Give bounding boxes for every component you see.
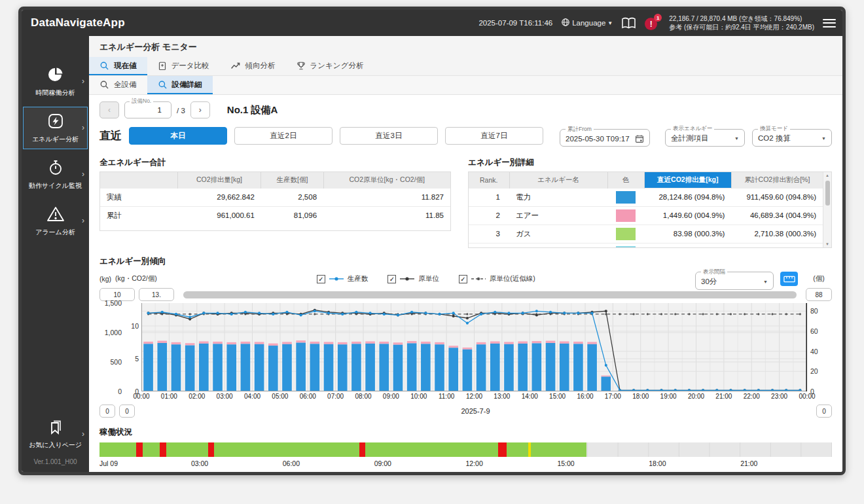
storage-status: 22,186.7 / 28,870.4 MB (空き領域：76.849%) 参考… [669, 14, 814, 31]
timeline-segment-stop [498, 442, 507, 457]
trend-title: エネルギー別傾向 [99, 256, 832, 267]
sort-column-cumulative[interactable]: 累計CO2排出割合[%] [731, 172, 823, 188]
equipment-prev-button[interactable]: ‹ [99, 101, 119, 118]
axis-tick-label: 80 [810, 307, 818, 315]
x-axis-label: 03:00 [217, 393, 233, 400]
table-row[interactable]: 2エアー1,449.60 (004.9%)46,689.34 (004.9%) [469, 206, 823, 225]
legend-intensity[interactable]: ✓ 原単位 [387, 274, 439, 283]
display-energy-select[interactable]: 表示エネルギー 全計測項目▼ [665, 125, 745, 147]
current-datetime: 2025-07-09 T16:11:46 [478, 19, 552, 27]
timeline-tick-label: 03:00 [191, 459, 208, 467]
app-window: DataNavigateApp 2025-07-09 T16:11:46 Lan… [18, 7, 846, 475]
table-cell: 1 [469, 188, 509, 206]
conversion-mode-select[interactable]: 換算モード CO2 換算▼ [752, 125, 832, 147]
x-axis-label: 08:00 [355, 393, 371, 400]
table-cell: 81,096 [261, 206, 323, 225]
series-marker-icon [471, 276, 486, 282]
equipment-name: No.1 設備A [227, 104, 278, 118]
table-row[interactable]: 1電力28,124.86 (094.8%)911,459.60 (094.8%) [469, 188, 823, 206]
total-energy-title: 全エネルギー合計 [99, 157, 451, 168]
table-cell [607, 225, 644, 243]
legend-production[interactable]: ✓ 生産数 [317, 274, 369, 283]
table-row[interactable]: 実績29,662.8422,50811.827 [100, 188, 450, 206]
alert-notification-button[interactable]: ! 1 [645, 16, 660, 30]
document-compare-icon [158, 61, 167, 71]
menu-icon[interactable] [823, 18, 836, 29]
cumulative-from-field[interactable]: 累計From 2025-05-30 T09:17 [560, 126, 650, 147]
table-cell [607, 243, 644, 248]
chevron-right-icon: › [82, 122, 84, 132]
alert-count-badge: 1 [654, 14, 662, 22]
energy-detail-table: Rank. エネルギー名 色 直近CO2排出量[kg] 累計CO2排出割合[%]… [469, 172, 823, 248]
tab-data-compare[interactable]: データ比較 [147, 57, 220, 75]
language-menu[interactable]: Language ▼ [561, 18, 613, 28]
total-energy-table: CO2排出量[kg] 生産数[個] CO2原単位[kg・CO2/個] 実績29,… [100, 172, 450, 225]
table-row[interactable]: 累計961,000.6181,09611.85 [100, 206, 450, 225]
sidebar-item-label: 時間稼働分析 [36, 88, 75, 98]
equipment-total: / 3 [177, 107, 185, 118]
sidebar-item-time-operation[interactable]: 時間稼働分析 › [23, 60, 88, 103]
chart-legend: ✓ 生産数 ✓ 原単位 ✓ 原単位(近似線) [317, 274, 535, 283]
axis-min-count-input[interactable]: 0 [816, 405, 832, 418]
interval-select[interactable]: 表示間隔 30分▼ [695, 268, 774, 290]
chevron-down-icon: ▼ [734, 136, 739, 141]
period-button-7days[interactable]: 直近7日 [445, 127, 543, 145]
axis-max-count-input[interactable]: 88 [806, 288, 832, 301]
globe-icon [561, 18, 570, 28]
sidebar-item-alarm-analysis[interactable]: アラーム分析 › [23, 200, 88, 242]
axis-min-kg-input[interactable]: 0 [99, 405, 115, 418]
axis-min-ratio-input[interactable]: 0 [119, 405, 135, 418]
timeline-segment-stop [136, 442, 143, 457]
checkbox-checked-icon: ✓ [459, 275, 467, 283]
subtab-all-equipment[interactable]: 全設備 [89, 76, 147, 94]
x-axis-label: 17:00 [605, 393, 621, 400]
scroll-down-icon: ▼ [825, 241, 829, 247]
operation-title: 稼働状況 [99, 427, 832, 438]
subtab-equipment-detail[interactable]: 設備詳細 [147, 76, 213, 94]
sidebar-item-cycle-monitor[interactable]: 動作サイクル監視 › [23, 153, 88, 196]
x-axis-label: 06:00 [300, 393, 316, 400]
x-axis-label: 19:00 [660, 393, 677, 400]
equipment-selector-row: ‹ 設備No. / 3 › No.1 設備A [89, 95, 842, 120]
calendar-icon[interactable] [635, 134, 644, 143]
detail-table-scrollbar[interactable]: ▲ ▼ [823, 172, 831, 247]
sidebar-item-label: エネルギー分析 [32, 135, 79, 144]
x-axis-label: 23:00 [771, 393, 787, 400]
series-marker-icon [329, 276, 344, 282]
period-button-3days[interactable]: 直近3日 [340, 127, 438, 145]
period-button-today[interactable]: 本日 [129, 127, 227, 145]
table-cell: 2 [469, 206, 509, 225]
tab-bar: 現在値 データ比較 傾向分析 ランキング分析 [89, 57, 842, 76]
tab-trend-analysis[interactable]: 傾向分析 [220, 57, 286, 75]
cumulative-from-value: 2025-05-30 T09:17 [566, 135, 630, 143]
table-row[interactable]: 4水1.40 (000.0%)141.28 (000.0%) [469, 243, 823, 248]
table-cell [607, 188, 644, 206]
total-energy-panel: 全エネルギー合計 CO2排出量[kg] 生産数[個] CO2原単位[kg・CO2… [99, 154, 451, 248]
app-logo: DataNavigateApp [31, 16, 125, 29]
axis-count-label: (個) [806, 274, 832, 283]
scale-ruler-button[interactable] [780, 272, 798, 286]
sidebar-item-favorites[interactable]: お気に入りページ › [23, 414, 88, 455]
tab-ranking-analysis[interactable]: ランキング分析 [286, 57, 374, 75]
sort-column-recent-co2[interactable]: 直近CO2排出量[kg] [644, 172, 731, 188]
manual-book-icon[interactable] [621, 17, 636, 29]
timeline-tick-label: Jul 09 [99, 459, 118, 467]
table-row[interactable]: 3ガス83.98 (000.3%)2,710.38 (000.3%) [469, 225, 823, 243]
y-axis-ratio: 0510 [124, 303, 141, 391]
x-axis-label: 18:00 [632, 393, 649, 400]
axis-max-ratio-input[interactable]: 13. [139, 288, 174, 301]
legend-intensity-approx[interactable]: ✓ 原単位(近似線) [459, 274, 535, 283]
table-cell: 水 [509, 243, 607, 248]
equipment-next-button[interactable]: › [190, 101, 210, 118]
energy-detail-panel: エネルギー別詳細 Rank. エネルギー名 色 直近CO2排出量[kg] 累計C… [468, 154, 832, 248]
checkbox-checked-icon: ✓ [317, 275, 325, 283]
chart-horizontal-scrollbar[interactable] [183, 291, 797, 298]
table-cell: 11.827 [323, 188, 450, 206]
table-cell: 961,000.61 [177, 206, 261, 225]
period-button-2days[interactable]: 直近2日 [234, 127, 333, 145]
tab-current-value[interactable]: 現在値 [89, 57, 147, 75]
language-label: Language [572, 19, 605, 27]
sidebar-item-energy-analysis[interactable]: エネルギー分析 › [23, 107, 88, 149]
chart-date-label: 2025-7-9 [139, 407, 812, 415]
timeline-segment-warn [528, 442, 531, 457]
